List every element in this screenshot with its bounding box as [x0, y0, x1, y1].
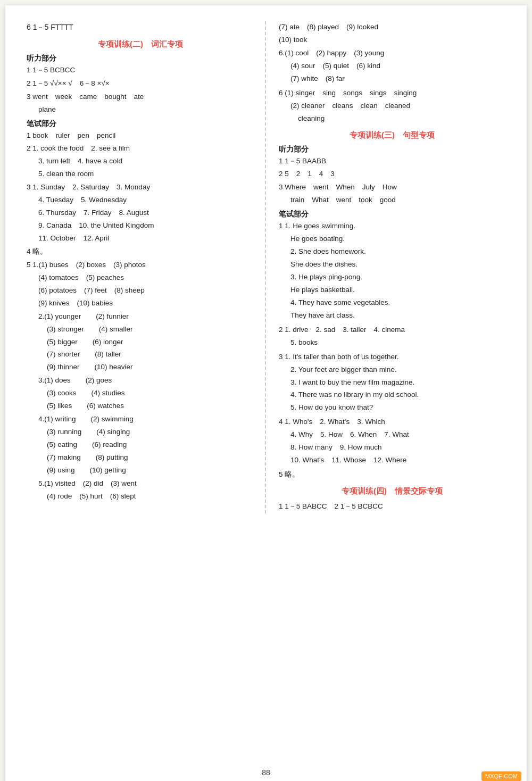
section1-title: 专项训练(二) 词汇专项 — [27, 39, 254, 49]
s2-listen-4: train What went took good — [279, 194, 505, 206]
left-column: 6 1－5 FTTTT 专项训练(二) 词汇专项 听力部分 1 1－5 BCBC… — [27, 21, 266, 513]
write-3-line4: 9. Canada 10. the United Kingdom — [27, 220, 254, 232]
write-5-2-3: (5) bigger (6) longer — [27, 336, 254, 348]
watermark: MXQE.COM — [481, 771, 521, 781]
write-2-line1: 2 1. cook the food 2. see a film — [27, 143, 254, 155]
write-5-2-5: (9) thinner (10) heavier — [27, 361, 254, 373]
s2-listen-2: 2 5 2 1 4 3 — [279, 168, 505, 180]
write-3-line3: 6. Thursday 7. Friday 8. August — [27, 207, 254, 219]
s2-w1-1b: He goes boating. — [279, 233, 505, 245]
write-5-4-1: 4.(1) writing (2) swimming — [27, 413, 254, 426]
write-2-line2: 3. turn left 4. have a cold — [27, 155, 254, 168]
s2-w1-4b: They have art class. — [279, 310, 505, 322]
write-5-4-5: (9) using (10) getting — [27, 464, 254, 477]
write-3-line1: 3 1. Sunday 2. Saturday 3. Monday — [27, 181, 254, 194]
write-1-num: 1 — [27, 131, 32, 139]
s2-w3-1: 3 1. It's taller than both of us togethe… — [279, 351, 505, 363]
write-5-5-2: (4) rode (5) hurt (6) slept — [27, 491, 254, 503]
right-item6-3: cleaning — [279, 113, 505, 125]
write-5-2-2: (3) stronger (4) smaller — [27, 323, 254, 336]
listening-label-2: 听力部分 — [279, 145, 505, 154]
write-5-3-3: (5) likes (6) watches — [27, 400, 254, 412]
write-3-line2: 4. Tuesday 5. Wednesday — [27, 194, 254, 206]
s2-w4-3: 8. How many 9. How much — [279, 442, 505, 454]
s2-w1-2b: She does the dishes. — [279, 259, 505, 271]
write-5-5-1: 5.(1) visited (2) did (3) went — [27, 478, 254, 490]
right-cont-4: (4) sour (5) quiet (6) kind — [279, 60, 505, 72]
s2-w1-num: 1 1. He goes swimming. — [279, 220, 505, 232]
section3-title: 专项训练(四) 情景交际专项 — [279, 486, 505, 496]
write-5-3-1: 3.(1) does (2) goes — [27, 375, 254, 387]
section2-title: 专项训练(三) 句型专项 — [279, 130, 505, 140]
s2-w3-4: 4. There was no library in my old school… — [279, 389, 505, 401]
write-5-4-4: (7) making (8) putting — [27, 452, 254, 464]
s2-w3-5: 5. How do you know that? — [279, 402, 505, 414]
write-5-1-1: 5 1.(1) buses (2) boxes (3) photos — [27, 259, 254, 271]
s2-w1-2a: 2. She does homework. — [279, 246, 505, 258]
s2-w1-4a: 4. They have some vegetables. — [279, 297, 505, 309]
listen-item-1: 1 1－5 BCBCC — [27, 64, 254, 77]
right-item6-1: 6 (1) singer sing songs sings singing — [279, 87, 505, 99]
s2-w5: 5 略。 — [279, 469, 505, 481]
right-cont-1: (7) ate (8) played (9) looked — [279, 21, 505, 34]
right-cont-3: 6.(1) cool (2) happy (3) young — [279, 47, 505, 60]
s2-w2-1: 2 1. drive 2. sad 3. taller 4. cinema — [279, 324, 505, 336]
write-5-4-3: (5) eating (6) reading — [27, 439, 254, 451]
write-5-4-2: (3) running (4) singing — [27, 426, 254, 438]
write-4: 4 略。 — [27, 246, 254, 258]
s2-w4-1: 4 1. Who's 2. What's 3. Which — [279, 416, 505, 428]
write-2-line3: 5. clean the room — [27, 168, 254, 180]
s2-w3-2: 2. Your feet are bigger than mine. — [279, 364, 505, 376]
listen-item-4: plane — [27, 104, 254, 116]
write-1-text: book ruler pen pencil — [32, 131, 115, 139]
s2-w2-2: 5. books — [279, 337, 505, 349]
write-3-line5: 11. October 12. April — [27, 232, 254, 245]
write-5-1-3: (6) potatoes (7) feet (8) sheep — [27, 285, 254, 297]
s2-w4-2: 4. Why 5. How 6. When 7. What — [279, 429, 505, 441]
s2-w1-3a: 3. He plays ping-pong. — [279, 271, 505, 284]
listening-label-1: 听力部分 — [27, 54, 254, 63]
write-1: 1 book ruler pen pencil — [27, 130, 254, 142]
s3-item1: 1 1－5 BABCC 2 1－5 BCBCC — [279, 501, 505, 513]
right-item6-2: (2) cleaner cleans clean cleaned — [279, 100, 505, 112]
write-5-1-4: (9) knives (10) babies — [27, 297, 254, 310]
page-number: 88 — [262, 768, 270, 777]
right-cont-5: (7) white (8) far — [279, 73, 505, 85]
s2-w3-3: 3. I want to buy the new film magazine. — [279, 377, 505, 389]
write-5-3-2: (3) cooks (4) studies — [27, 387, 254, 400]
listen-item-2: 2 1－5 √√×× √ 6－8 ×√× — [27, 78, 254, 90]
write-5-1-2: (4) tomatoes (5) peaches — [27, 272, 254, 284]
s2-listen-3: 3 Where went When July How — [279, 181, 505, 194]
right-column: (7) ate (8) played (9) looked (10) took … — [266, 21, 505, 513]
writing-label-1: 笔试部分 — [27, 119, 254, 129]
right-cont-2: (10) took — [279, 34, 505, 46]
top-answer: 6 1－5 FTTTT — [27, 21, 254, 34]
page: 6 1－5 FTTTT 专项训练(二) 词汇专项 听力部分 1 1－5 BCBC… — [5, 5, 527, 781]
write-5-2-4: (7) shorter (8) taller — [27, 348, 254, 361]
write-5-2-1: 2.(1) younger (2) funnier — [27, 311, 254, 323]
s2-w4-4: 10. What's 11. Whose 12. Where — [279, 454, 505, 467]
writing-label-2: 笔试部分 — [279, 210, 505, 219]
s2-w1-3b: He plays basketball. — [279, 284, 505, 296]
listen-item-3: 3 went week came bought ate — [27, 91, 254, 103]
s2-listen-1: 1 1－5 BAABB — [279, 155, 505, 168]
